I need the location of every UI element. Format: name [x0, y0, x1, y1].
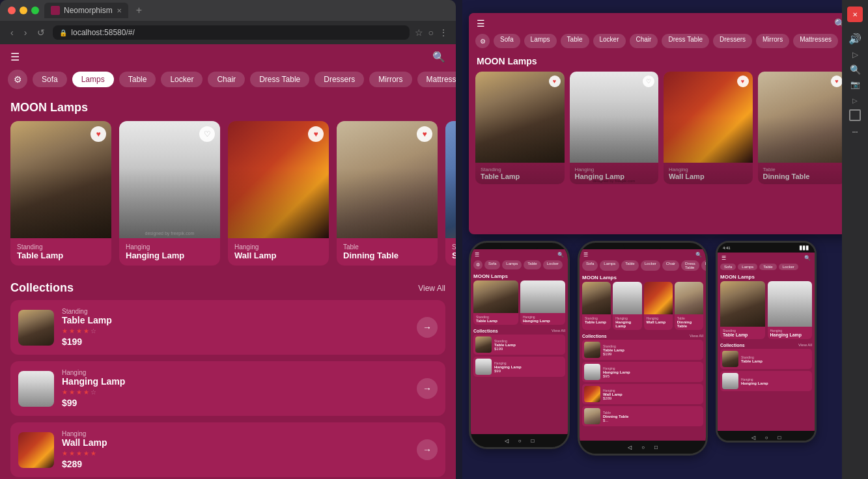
product-type-5: Sofa	[452, 243, 456, 251]
minimize-button[interactable]	[20, 7, 27, 14]
product-card-4[interactable]: ♥ Table Dinning Table	[337, 121, 438, 266]
phone-header-mini-2: ☰ 🔍	[580, 249, 706, 260]
star-2-1: ★	[62, 389, 68, 396]
category-mirrors[interactable]: Mirrors	[369, 72, 412, 87]
preview-section-title: MOON Lamps	[469, 53, 853, 72]
phone-header-mini-1: ☰ 🔍	[471, 249, 568, 260]
phone-notch-1	[500, 243, 539, 249]
category-mattresses[interactable]: Mattresses	[417, 72, 456, 87]
collection-type-1: Standing	[62, 308, 409, 315]
ph1-pill-sofa: Sofa	[484, 260, 500, 269]
ph2-pill-locker: Locker	[641, 260, 660, 271]
category-dressers[interactable]: Dressers	[315, 72, 364, 87]
side-controls: ✕ 🔊 ▷ 🔍 📷 ▷ •••	[842, 0, 868, 479]
profile-icon[interactable]: ○	[428, 27, 434, 38]
phone-cats-mini-3: Sofa Lamps Table Locker	[718, 264, 815, 273]
ph2-coll-2: Hanging Hanging Lamp $95	[582, 362, 703, 382]
side-search-icon[interactable]: 🔍	[850, 64, 861, 75]
browser-menu-icon[interactable]: ⋮	[439, 27, 448, 38]
hamburger-menu-icon[interactable]: ☰	[10, 51, 20, 63]
category-table[interactable]: Table	[119, 72, 156, 87]
phone-nav-back-1: ◁	[505, 438, 509, 444]
browser-titlebar: Neomorphism ✕ +	[0, 0, 456, 21]
product-card-2[interactable]: designed by freepik.com ♡ Hanging Hangin…	[119, 121, 220, 266]
refresh-icon[interactable]: ↺	[35, 26, 48, 39]
browser-window: Neomorphism ✕ + ‹ › ↺ 🔒 localhost:58580/…	[0, 0, 456, 479]
ph3-coll-2: Hanging Hanging Lamp	[720, 371, 812, 391]
star-1-3: ★	[76, 327, 82, 335]
collection-item-2[interactable]: Hanging Hanging Lamp ★ ★ ★ ★ ☆ $99 →	[10, 361, 445, 416]
collection-price-3: $289	[62, 459, 409, 469]
ph3-card-2: Hanging Hanging Lamp	[768, 281, 813, 339]
collection-arrow-1[interactable]: →	[417, 317, 438, 338]
heart-button-1[interactable]: ♥	[91, 126, 106, 142]
side-photo-icon[interactable]: 📷	[850, 80, 860, 89]
heart-button-4[interactable]: ♥	[417, 126, 432, 142]
product-card-5[interactable]: ♥ Sofa Sofa	[445, 121, 456, 266]
ph1-card-img-2	[520, 281, 565, 313]
maximize-button[interactable]	[31, 7, 39, 14]
preview-card-4: ♥ Table Dinning Table	[758, 72, 847, 184]
address-bar[interactable]: 🔒 localhost:58580/#/	[53, 25, 409, 40]
ph3-cards-wide: Standing Table Lamp Hanging Hanging Lamp	[718, 281, 815, 342]
category-bar: ⚙ Sofa Lamps Table Locker Chair Dress Ta…	[0, 70, 456, 96]
new-tab-button[interactable]: +	[133, 5, 145, 16]
collection-name-2: Hanging Lamp	[62, 376, 409, 387]
phone-nav-apps-3: □	[778, 435, 781, 441]
bookmark-icon[interactable]: ☆	[415, 27, 423, 38]
collection-price-1: $199	[62, 336, 409, 347]
heart-button-3[interactable]: ♥	[308, 126, 324, 142]
phone-mockup-3: 4:41 ▊▊▊ ☰ 🔍 Sofa Lamps Table Locker MOO…	[716, 241, 817, 443]
settings-icon[interactable]: ⚙	[8, 70, 27, 89]
forward-nav-icon[interactable]: ›	[21, 26, 30, 39]
preview-cards: ♥ Standing Table Lamp designed by freepi…	[469, 72, 853, 184]
ph2-card-3: Hanging Wall Lamp	[644, 282, 673, 330]
star-3-4: ★	[83, 450, 89, 457]
category-dress-table[interactable]: Dress Table	[250, 72, 309, 87]
heart-button-2[interactable]: ♡	[199, 126, 215, 142]
side-dots-icon[interactable]: •••	[852, 129, 858, 135]
phone-nav-home-1: ○	[518, 438, 522, 444]
side-square-icon	[849, 109, 861, 121]
collection-arrow-3[interactable]: →	[417, 439, 438, 460]
moon-lamps-title: MOON Lamps	[0, 96, 456, 121]
collection-arrow-2[interactable]: →	[417, 378, 438, 399]
side-triangle-icon[interactable]: ▷	[852, 97, 858, 104]
phone-nav-home-2: ○	[641, 445, 645, 450]
ph3-card-1: Standing Table Lamp	[720, 281, 765, 339]
collections-header: Collections View All	[0, 276, 456, 300]
tab-close-icon[interactable]: ✕	[117, 7, 122, 14]
product-card-3[interactable]: ♥ Hanging Wall Lamp	[228, 121, 329, 266]
ph2-card-2: Hanging Hanging Lamp	[613, 282, 641, 330]
ph2-pill-table: Table	[621, 260, 638, 271]
preview-pill-sofa: Sofa	[494, 34, 520, 48]
collection-item-1[interactable]: Standing Table Lamp ★ ★ ★ ★ ☆ $199 →	[10, 300, 445, 355]
star-2-5: ☆	[91, 389, 96, 396]
ph1-pill-table: Table	[524, 260, 540, 269]
phone-nav-back-2: ◁	[628, 445, 632, 450]
ph3-pill-lamps: Lamps	[738, 264, 757, 270]
side-volume-up-icon[interactable]: 🔊	[848, 33, 861, 45]
product-card-1[interactable]: ♥ Standing Table Lamp	[10, 121, 111, 266]
ph2-card-4: Table Dinning Table	[675, 282, 703, 330]
star-1-5: ☆	[91, 327, 96, 335]
product-name-4: Dinning Table	[343, 251, 431, 260]
category-locker[interactable]: Locker	[161, 72, 203, 87]
header-search-icon[interactable]: 🔍	[432, 51, 445, 63]
star-rating-3: ★ ★ ★ ★ ★	[62, 450, 409, 457]
side-arrow-icon[interactable]: ▷	[852, 50, 858, 59]
category-chair[interactable]: Chair	[208, 72, 245, 87]
view-all-button[interactable]: View All	[418, 284, 445, 293]
phone-notch-2	[623, 243, 662, 249]
close-button[interactable]	[8, 7, 16, 14]
browser-tab[interactable]: Neomorphism ✕	[44, 3, 128, 18]
back-nav-icon[interactable]: ‹	[8, 26, 16, 39]
collection-item-3[interactable]: Hanging Wall Lamp ★ ★ ★ ★ ★ $289 →	[10, 422, 445, 477]
category-sofa[interactable]: Sofa	[33, 72, 67, 87]
preview-pill-mattresses: Mattresses	[793, 34, 838, 48]
category-lamps[interactable]: Lamps	[72, 72, 114, 87]
collection-info-3: Hanging Wall Lamp ★ ★ ★ ★ ★ $289	[62, 430, 409, 469]
ph2-pill-dressers: Dressers	[701, 260, 706, 271]
side-close-icon[interactable]: ✕	[847, 7, 863, 22]
collection-name-3: Wall Lamp	[62, 437, 409, 448]
